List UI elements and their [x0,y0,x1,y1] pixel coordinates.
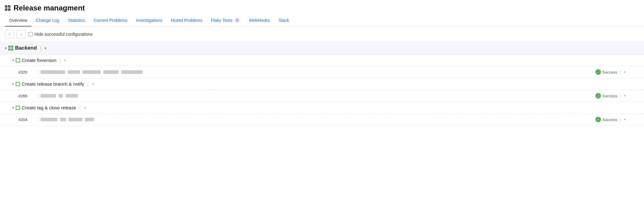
success-label-266: Success [602,94,617,98]
release-branch-dropdown[interactable]: ▾ [92,83,94,86]
success-icon-266: ✓ [595,93,601,99]
tab-current-problems[interactable]: Current Problems [89,15,132,26]
success-label-320: Success [602,70,617,75]
tab-investigations[interactable]: Investigations [132,15,167,26]
build-row-320: #320 | ✓ Success | ▾ [0,66,644,78]
backend-section-group: ▾ Backend | ▾ [0,42,644,55]
status-320: ✓ Success | ▾ [595,69,626,75]
blur-3 [82,70,101,74]
release-branch-pipe: | [87,81,89,87]
tab-overview[interactable]: Overview [5,15,31,26]
blur-7 [58,94,63,98]
subsection-create-fixversion-header: ▾ Create fixversion | ▾ [0,55,644,66]
build-320-pipe: | [38,70,39,75]
create-tag-label: Create tag & close release [22,105,76,110]
status-pipe-204: | [620,117,621,122]
tab-muted-problems[interactable]: Muted Problems [167,15,207,26]
backend-chevron[interactable]: ▾ [5,47,6,50]
release-branch-label: Create release branch & notify [22,81,84,87]
fixversion-icon [16,58,20,63]
subsection-create-fixversion: ▾ Create fixversion | ▾ #320 | ✓ Success… [0,55,644,78]
status-dropdown-204[interactable]: ▾ [624,118,626,121]
subsection-create-tag-header: ▾ Create tag & close release | ▾ [0,102,644,113]
create-tag-chevron[interactable]: ▾ [12,106,14,109]
fixversion-pipe: | [60,58,61,63]
blur-4 [103,70,119,74]
fixversion-dropdown[interactable]: ▾ [64,59,66,62]
status-266: ✓ Success | ▾ [595,93,626,99]
create-tag-pipe: | [79,105,81,110]
blur-5 [121,70,143,74]
build-266-info [41,94,583,98]
build-204-info [41,118,583,121]
backend-grid-icon [8,46,13,51]
blur-12 [85,118,94,121]
page-title: Release managment [14,4,85,12]
build-row-266: #266 | ✓ Success | ▾ [0,90,644,102]
blur-1 [41,70,65,74]
create-tag-icon [16,106,20,110]
subsection-create-tag: ▾ Create tag & close release | ▾ #204 | … [0,102,644,126]
tab-flaky-tests[interactable]: Flaky Tests 0 [207,15,244,26]
fixversion-chevron[interactable]: ▾ [12,59,14,62]
build-266-pipe: | [38,93,39,98]
release-branch-chevron[interactable]: ▾ [12,82,14,86]
backend-section-header: ▾ Backend | ▾ [0,42,644,54]
build-row-204: #204 | ✓ Success | ▾ [0,113,644,125]
hide-successful-label[interactable]: Hide successful configurations [28,32,93,37]
tab-slack[interactable]: Slack [274,15,293,26]
blur-9 [41,118,58,121]
status-pipe-266: | [620,93,621,98]
build-id-320: #320 [18,70,37,75]
blur-8 [66,94,78,98]
build-id-266: #266 [18,94,37,98]
create-tag-dropdown[interactable]: ▾ [84,106,86,109]
toolbar: ↑ ↓ Hide successful configurations [0,27,644,42]
build-id-204: #204 [18,117,37,122]
build-320-info [41,70,583,74]
backend-pipe: | [40,45,42,51]
blur-10 [60,118,66,121]
tab-webhooks[interactable]: WebHooks [244,15,274,26]
fixversion-label: Create fixversion [22,58,57,63]
subsection-release-branch-header: ▾ Create release branch & notify | ▾ [0,78,644,90]
flaky-tests-badge: 0 [234,18,241,23]
page-header: Release managment [0,0,644,15]
blur-6 [41,94,56,98]
tab-statistics[interactable]: Statistics [64,15,89,26]
collapse-button[interactable]: ↓ [17,30,26,39]
backend-label: Backend [15,45,37,51]
backend-dropdown-arrow[interactable]: ▾ [45,47,46,50]
grid-icon [5,5,10,11]
blur-11 [69,118,82,121]
hide-successful-checkbox[interactable] [28,32,33,36]
build-204-pipe: | [38,117,39,122]
subsection-create-release-branch: ▾ Create release branch & notify | ▾ #26… [0,78,644,102]
tab-changelog[interactable]: Change Log [31,15,63,26]
status-dropdown-320[interactable]: ▾ [624,71,626,74]
status-pipe-320: | [620,70,621,75]
expand-button[interactable]: ↑ [5,30,14,39]
success-label-204: Success [602,117,617,122]
success-icon-204: ✓ [595,117,601,122]
blur-2 [68,70,80,74]
success-icon-320: ✓ [595,69,601,75]
status-dropdown-266[interactable]: ▾ [624,94,626,97]
release-branch-icon [16,82,20,86]
status-204: ✓ Success | ▾ [595,117,626,122]
nav-tabs: Overview Change Log Statistics Current P… [0,15,644,27]
